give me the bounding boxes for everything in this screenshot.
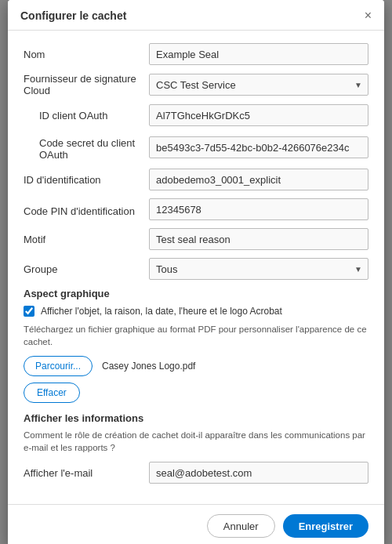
motif-row: Motif <box>24 228 368 250</box>
motif-input[interactable] <box>149 228 368 250</box>
code-secret-label: Code secret du client OAuth <box>39 134 149 161</box>
info-desc: Comment le rôle de création de cachet do… <box>24 429 368 454</box>
nom-row: Nom <box>24 43 368 65</box>
groupe-label: Groupe <box>24 263 149 275</box>
file-name: Casey Jones Logo.pdf <box>102 361 195 372</box>
fournisseur-label: Fournisseur de signature Cloud <box>24 73 149 96</box>
save-button[interactable]: Enregistrer <box>283 514 368 538</box>
info-title: Afficher les informations <box>24 412 368 424</box>
checkbox-row: Afficher l'objet, la raison, la date, l'… <box>24 306 368 317</box>
dialog-footer: Annuler Enregistrer <box>8 504 384 544</box>
effacer-button[interactable]: Effacer <box>24 383 80 403</box>
code-secret-row: Code secret du client OAuth <box>24 134 368 161</box>
help-text: Téléchargez un fichier graphique au form… <box>24 323 368 348</box>
nom-label: Nom <box>24 49 149 60</box>
dialog-header: Configurer le cachet × <box>8 0 384 31</box>
id-identification-label: ID d'identification <box>24 174 149 186</box>
fournisseur-select-wrapper: CSC Test Service ▼ <box>149 74 368 96</box>
close-button[interactable]: × <box>365 9 372 22</box>
motif-label: Motif <box>24 234 149 245</box>
code-pin-input[interactable] <box>149 198 368 220</box>
cancel-button[interactable]: Annuler <box>207 514 275 538</box>
fournisseur-row: Fournisseur de signature Cloud CSC Test … <box>24 73 368 96</box>
parcourir-button[interactable]: Parcourir... <box>24 356 93 376</box>
id-identification-input[interactable] <box>149 169 368 190</box>
id-client-row: ID client OAuth <box>24 104 368 126</box>
aspect-checkbox[interactable] <box>24 306 34 317</box>
checkbox-label: Afficher l'objet, la raison, la date, l'… <box>41 306 282 317</box>
configure-seal-dialog: Configurer le cachet × Nom Fournisseur d… <box>8 0 384 544</box>
email-input[interactable] <box>149 462 368 484</box>
dialog-title: Configurer le cachet <box>20 9 126 22</box>
code-pin-row: Code PIN d'identification <box>24 198 368 220</box>
groupe-select-wrapper: Tous ▼ <box>149 258 368 280</box>
groupe-row: Groupe Tous ▼ <box>24 258 368 280</box>
code-secret-input[interactable] <box>149 136 368 158</box>
fournisseur-select[interactable]: CSC Test Service <box>149 74 368 96</box>
id-client-label: ID client OAuth <box>39 110 149 121</box>
dialog-body: Nom Fournisseur de signature Cloud CSC T… <box>8 31 384 504</box>
email-row: Afficher l'e-mail <box>24 462 368 484</box>
file-row: Parcourir... Casey Jones Logo.pdf <box>24 356 368 376</box>
groupe-select[interactable]: Tous <box>149 258 368 280</box>
id-identification-row: ID d'identification <box>24 169 368 190</box>
code-pin-label: Code PIN d'identification <box>24 202 149 217</box>
id-client-input[interactable] <box>149 104 368 126</box>
nom-input[interactable] <box>149 43 368 65</box>
aspect-title: Aspect graphique <box>24 288 368 299</box>
email-label: Afficher l'e-mail <box>24 467 149 479</box>
